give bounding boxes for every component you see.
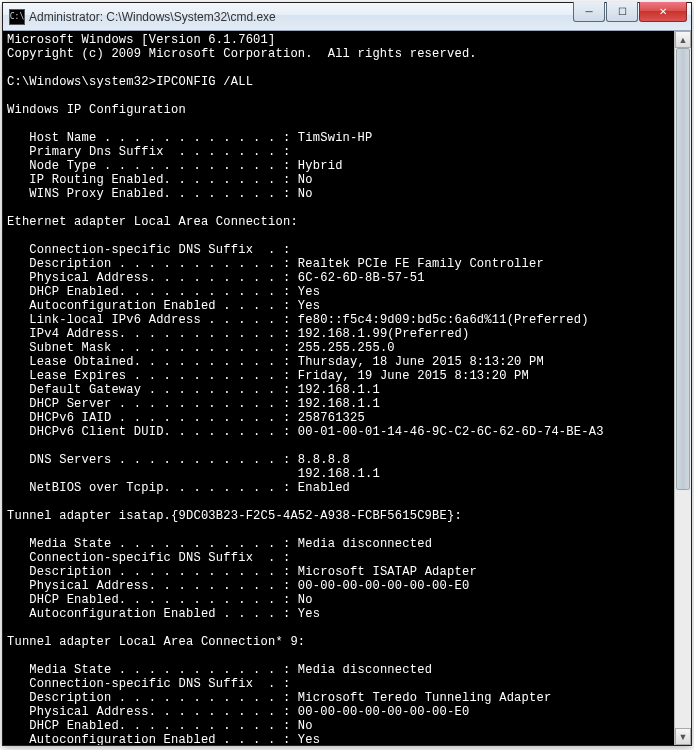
scroll-down-button[interactable]: ▼ xyxy=(675,728,691,745)
field-label: Node Type . . . . . . . . . . . . : xyxy=(7,159,290,173)
chevron-up-icon: ▲ xyxy=(679,35,688,45)
maximize-icon: ☐ xyxy=(618,6,627,17)
field-value: 192.168.1.99(Preferred) xyxy=(298,327,470,341)
client-area: Microsoft Windows [Version 6.1.7601] Cop… xyxy=(3,31,691,745)
field-value: No xyxy=(298,719,313,733)
field-label: Lease Expires . . . . . . . . . . : xyxy=(7,369,290,383)
field-value: 00-00-00-00-00-00-00-E0 xyxy=(298,705,470,719)
field-value: Microsoft Teredo Tunneling Adapter xyxy=(298,691,552,705)
field-value: No xyxy=(298,593,313,607)
field-value: 192.168.1.1 xyxy=(298,467,380,481)
field-label: NetBIOS over Tcpip. . . . . . . . : xyxy=(7,481,290,495)
field-label: Primary Dns Suffix . . . . . . . : xyxy=(7,145,290,159)
field-label: DHCPv6 Client DUID. . . . . . . . : xyxy=(7,425,290,439)
scroll-track[interactable] xyxy=(675,48,691,728)
field-label: Autoconfiguration Enabled . . . . : xyxy=(7,607,290,621)
cmd-window: C:\ Administrator: C:\Windows\System32\c… xyxy=(2,2,692,746)
field-value: fe80::f5c4:9d09:bd5c:6a6d%11(Preferred) xyxy=(298,313,589,327)
field-label: Link-local IPv6 Address . . . . . : xyxy=(7,313,290,327)
field-label: Lease Obtained. . . . . . . . . . : xyxy=(7,355,290,369)
field-value: 00-00-00-00-00-00-00-E0 xyxy=(298,579,470,593)
field-value: Enabled xyxy=(298,481,350,495)
field-indent xyxy=(7,467,298,481)
field-value: Yes xyxy=(298,285,320,299)
maximize-button[interactable]: ☐ xyxy=(606,2,638,22)
section-header: Tunnel adapter isatap.{9DC03B23-F2C5-4A5… xyxy=(7,509,462,523)
field-label: Connection-specific DNS Suffix . : xyxy=(7,243,290,257)
prompt: C:\Windows\system32> xyxy=(7,75,156,89)
section-header: Windows IP Configuration xyxy=(7,103,186,117)
field-value: Media disconnected xyxy=(298,537,432,551)
field-value: 192.168.1.1 xyxy=(298,397,380,411)
field-label: Description . . . . . . . . . . . : xyxy=(7,565,290,579)
window-controls: ─ ☐ ✕ xyxy=(572,3,691,30)
field-label: IP Routing Enabled. . . . . . . . : xyxy=(7,173,290,187)
close-button[interactable]: ✕ xyxy=(639,2,687,22)
field-label: Connection-specific DNS Suffix . : xyxy=(7,551,290,565)
scroll-up-button[interactable]: ▲ xyxy=(675,31,691,48)
vertical-scrollbar[interactable]: ▲ ▼ xyxy=(674,31,691,745)
minimize-icon: ─ xyxy=(585,6,592,17)
field-value: Yes xyxy=(298,299,320,313)
header-line: Copyright (c) 2009 Microsoft Corporation… xyxy=(7,47,477,61)
command: IPCONFIG /ALL xyxy=(156,75,253,89)
field-label: Description . . . . . . . . . . . : xyxy=(7,257,290,271)
field-value: Friday, 19 June 2015 8:13:20 PM xyxy=(298,369,529,383)
scroll-thumb[interactable] xyxy=(676,48,690,490)
field-label: Physical Address. . . . . . . . . : xyxy=(7,271,290,285)
field-label: DHCP Enabled. . . . . . . . . . . : xyxy=(7,593,290,607)
field-value: Microsoft ISATAP Adapter xyxy=(298,565,477,579)
field-label: DHCPv6 IAID . . . . . . . . . . . : xyxy=(7,411,290,425)
field-value: 192.168.1.1 xyxy=(298,383,380,397)
titlebar[interactable]: C:\ Administrator: C:\Windows\System32\c… xyxy=(3,3,691,31)
field-label: Autoconfiguration Enabled . . . . : xyxy=(7,299,290,313)
field-value: No xyxy=(298,173,313,187)
field-value: Yes xyxy=(298,733,320,745)
field-value: 00-01-00-01-14-46-9C-C2-6C-62-6D-74-BE-A… xyxy=(298,425,604,439)
field-label: DHCP Server . . . . . . . . . . . : xyxy=(7,397,290,411)
field-value: Media disconnected xyxy=(298,663,432,677)
field-value: 6C-62-6D-8B-57-51 xyxy=(298,271,425,285)
field-label: Media State . . . . . . . . . . . : xyxy=(7,537,290,551)
field-label: IPv4 Address. . . . . . . . . . . : xyxy=(7,327,290,341)
field-label: DNS Servers . . . . . . . . . . . : xyxy=(7,453,290,467)
field-value: No xyxy=(298,187,313,201)
field-value: Yes xyxy=(298,607,320,621)
section-header: Tunnel adapter Local Area Connection* 9: xyxy=(7,635,305,649)
header-line: Microsoft Windows [Version 6.1.7601] xyxy=(7,33,275,47)
field-label: Physical Address. . . . . . . . . : xyxy=(7,705,290,719)
field-label: Description . . . . . . . . . . . : xyxy=(7,691,290,705)
cmd-icon: C:\ xyxy=(9,9,25,25)
window-title: Administrator: C:\Windows\System32\cmd.e… xyxy=(29,10,572,24)
close-icon: ✕ xyxy=(659,6,667,17)
minimize-button[interactable]: ─ xyxy=(573,2,605,22)
field-value: Realtek PCIe FE Family Controller xyxy=(298,257,544,271)
field-label: Connection-specific DNS Suffix . : xyxy=(7,677,290,691)
field-label: Physical Address. . . . . . . . . : xyxy=(7,579,290,593)
field-label: Default Gateway . . . . . . . . . : xyxy=(7,383,290,397)
field-value: TimSwin-HP xyxy=(298,131,373,145)
field-label: Subnet Mask . . . . . . . . . . . : xyxy=(7,341,290,355)
field-label: Autoconfiguration Enabled . . . . : xyxy=(7,733,290,745)
field-value: Thursday, 18 June 2015 8:13:20 PM xyxy=(298,355,544,369)
section-header: Ethernet adapter Local Area Connection: xyxy=(7,215,298,229)
field-label: DHCP Enabled. . . . . . . . . . . : xyxy=(7,719,290,733)
field-label: WINS Proxy Enabled. . . . . . . . : xyxy=(7,187,290,201)
chevron-down-icon: ▼ xyxy=(679,732,688,742)
field-value: 255.255.255.0 xyxy=(298,341,395,355)
field-label: DHCP Enabled. . . . . . . . . . . : xyxy=(7,285,290,299)
field-value: Hybrid xyxy=(298,159,343,173)
field-label: Media State . . . . . . . . . . . : xyxy=(7,663,290,677)
console-output[interactable]: Microsoft Windows [Version 6.1.7601] Cop… xyxy=(3,31,674,745)
field-value: 8.8.8.8 xyxy=(298,453,350,467)
field-label: Host Name . . . . . . . . . . . . : xyxy=(7,131,290,145)
field-value: 258761325 xyxy=(298,411,365,425)
